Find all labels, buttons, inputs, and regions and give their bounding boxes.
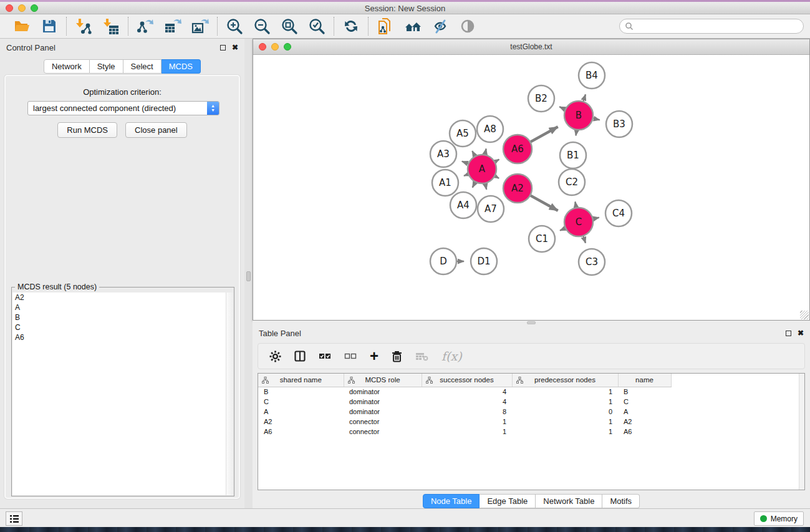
graph-node-c4[interactable]: C4 [605, 200, 632, 226]
zoom-selected-icon[interactable] [307, 17, 326, 36]
graph-edge-A6-B[interactable] [531, 127, 558, 142]
zoom-in-icon[interactable] [225, 17, 244, 36]
graph-edge-B-B4[interactable] [584, 94, 586, 101]
graph-edge-A-A1[interactable] [464, 174, 468, 175]
refresh-layout-icon[interactable] [342, 17, 360, 36]
delete-column-trash-icon[interactable] [392, 351, 402, 362]
table-scrollbar[interactable] [799, 374, 804, 490]
window-resize-grip[interactable] [800, 311, 809, 319]
task-history-list-icon[interactable] [6, 511, 22, 526]
zoom-fit-icon[interactable] [280, 17, 299, 36]
zoom-out-icon[interactable] [253, 17, 271, 36]
vertical-splitter-handle[interactable] [246, 271, 251, 281]
graph-edge-A2-C[interactable] [531, 196, 558, 211]
table-row-a[interactable]: Adominator80A [258, 407, 804, 417]
memory-button[interactable]: Memory [754, 511, 804, 526]
table-row-a6[interactable]: A6connector11A6 [258, 427, 804, 437]
result-list-scrollbar[interactable] [226, 293, 233, 495]
graph-edge-A-A2[interactable] [495, 177, 499, 178]
graph-node-c2[interactable]: C2 [559, 169, 585, 195]
result-item-a[interactable]: A [12, 302, 227, 312]
tab-network[interactable]: Network [44, 59, 90, 74]
graph-edge-A-A6[interactable] [495, 160, 499, 162]
criterion-select[interactable]: largest connected component (directed) ▲… [27, 101, 219, 115]
graph-node-a3[interactable]: A3 [430, 141, 456, 167]
graph-node-b[interactable]: B [564, 101, 593, 130]
column-header-name[interactable]: name [618, 374, 671, 387]
table-row-b[interactable]: Bdominator41B [258, 387, 804, 397]
graph-node-a6[interactable]: A6 [503, 135, 532, 163]
result-item-a6[interactable]: A6 [12, 332, 227, 342]
table-settings-gear-icon[interactable] [269, 351, 281, 362]
graph-node-b1[interactable]: B1 [560, 142, 586, 168]
tab-node-table[interactable]: Node Table [423, 494, 480, 508]
graph-node-b2[interactable]: B2 [528, 85, 554, 112]
column-header-shared-name[interactable]: shared name [258, 374, 344, 387]
result-item-b[interactable]: B [12, 312, 227, 322]
run-mcds-button[interactable]: Run MCDS [57, 122, 117, 138]
tab-select[interactable]: Select [123, 59, 162, 74]
graph-edge-C-C2[interactable] [575, 202, 576, 208]
show-hidden-icon[interactable] [458, 17, 477, 36]
graph-node-d1[interactable]: D1 [471, 248, 497, 274]
tab-edge-table[interactable]: Edge Table [480, 494, 536, 508]
graph-edge-C-C1[interactable] [560, 228, 565, 231]
graph-edge-A-A7[interactable] [485, 183, 486, 189]
graph-node-c3[interactable]: C3 [579, 249, 605, 275]
graph-edge-A-A4[interactable] [473, 182, 475, 187]
export-table-icon[interactable] [163, 17, 182, 36]
column-header-successor-nodes[interactable]: successor nodes [422, 374, 512, 387]
show-columns-icon[interactable] [294, 351, 306, 362]
graph-edge-B-B1[interactable] [576, 130, 577, 136]
graph-edge-A-A5[interactable] [472, 151, 475, 156]
column-header-predecessor-nodes[interactable]: predecessor nodes [512, 374, 618, 387]
result-item-c[interactable]: C [12, 322, 227, 332]
graph-node-b4[interactable]: B4 [579, 62, 605, 89]
tab-style[interactable]: Style [90, 59, 123, 74]
table-row-c[interactable]: Cdominator41C [258, 397, 804, 407]
graph-edge-A-A3[interactable] [462, 162, 468, 164]
import-table-icon[interactable] [102, 17, 120, 36]
result-item-a2[interactable]: A2 [12, 293, 227, 302]
graph-edge-A-A8[interactable] [485, 148, 486, 154]
graph-edge-B-B3[interactable] [594, 118, 600, 120]
column-header-mcds-role[interactable]: MCDS role [344, 374, 422, 387]
float-panel-icon[interactable] [220, 45, 226, 51]
select-all-icon[interactable] [319, 352, 331, 360]
graph-edge-B-B2[interactable] [559, 107, 565, 109]
graph-node-d[interactable]: D [430, 248, 456, 274]
export-image-icon[interactable] [191, 17, 210, 36]
hide-selected-icon[interactable] [431, 17, 450, 36]
search-input[interactable] [634, 20, 803, 32]
deselect-all-icon[interactable] [344, 352, 357, 360]
float-table-panel-icon[interactable] [786, 331, 791, 336]
graph-node-a1[interactable]: A1 [432, 170, 458, 196]
add-column-icon[interactable]: + [370, 350, 378, 362]
graph-node-c[interactable]: C [564, 208, 593, 236]
graph-node-a8[interactable]: A8 [477, 116, 503, 142]
tab-mcds[interactable]: MCDS [162, 59, 201, 74]
close-panel-icon[interactable]: ✖ [232, 44, 238, 51]
graph-edge-C-C4[interactable] [593, 218, 599, 219]
tab-motifs[interactable]: Motifs [602, 494, 640, 508]
open-file-icon[interactable] [12, 17, 31, 36]
graph-edge-C-C3[interactable] [584, 236, 586, 243]
network-canvas[interactable]: AA1A2A3A4A5A6A7A8BB1B2B3B4CC1C2C3C4DD1 [254, 56, 809, 320]
import-network-icon[interactable] [74, 17, 93, 36]
export-network-icon[interactable] [136, 17, 155, 36]
table-row-a2[interactable]: A2connector11A2 [258, 417, 804, 427]
graph-node-a2[interactable]: A2 [503, 174, 532, 203]
close-panel-button[interactable]: Close panel [125, 122, 187, 138]
graph-node-a[interactable]: A [468, 155, 496, 183]
close-table-panel-icon[interactable]: ✖ [798, 329, 804, 337]
first-neighbors-icon[interactable] [403, 17, 422, 36]
tab-network-table[interactable]: Network Table [536, 494, 602, 508]
graph-node-a4[interactable]: A4 [450, 192, 476, 218]
graph-node-a7[interactable]: A7 [478, 196, 504, 222]
svg-text:B: B [576, 110, 582, 121]
save-session-icon[interactable] [40, 17, 59, 36]
graph-node-b3[interactable]: B3 [606, 111, 632, 137]
graph-node-a5[interactable]: A5 [450, 120, 476, 147]
graph-node-c1[interactable]: C1 [529, 226, 555, 252]
new-network-from-selection-icon[interactable] [376, 17, 395, 36]
